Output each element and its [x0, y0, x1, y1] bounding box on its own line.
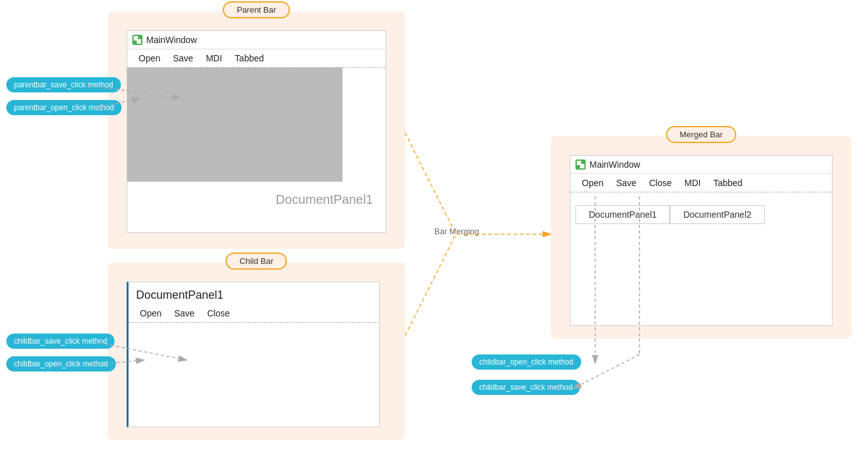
childbar-save-right-badge: childbar_save_click method [472, 380, 580, 395]
parent-gray-area [127, 68, 343, 182]
childbar-save-left-badge: childbar_save_click method [6, 334, 115, 349]
child-window-title: DocumentPanel1 [129, 282, 379, 304]
parent-menu-save: Save [167, 52, 199, 65]
merged-window-title: MainWindow [589, 159, 640, 170]
childbar-open-left-badge: childbar_open_click method [6, 356, 116, 372]
merged-window-title-bar: MainWindow [570, 156, 832, 174]
svg-rect-2 [137, 39, 141, 44]
child-menu-open: Open [134, 307, 168, 320]
merged-doc-tab-2: DocumentPanel2 [670, 205, 764, 224]
merged-menu-mdi: MDI [678, 177, 707, 189]
svg-line-14 [573, 354, 639, 389]
merged-bar-label: Merged Bar [666, 126, 737, 143]
merged-doc-tab-1: DocumentPanel1 [576, 205, 670, 224]
parent-doc-panel-label: DocumentPanel1 [276, 192, 373, 207]
parent-window: MainWindow Open Save MDI Tabbed Document… [127, 30, 386, 233]
child-window-content [129, 323, 379, 424]
parentbar-open-badge: parentbar_open_click method [6, 100, 122, 115]
merged-window-content: DocumentPanel1 DocumentPanel2 [570, 192, 832, 319]
merged-panel: Merged Bar MainWindow Open Save Close MD… [551, 136, 852, 339]
window-icon [132, 35, 142, 45]
svg-rect-5 [580, 164, 584, 168]
merged-window: MainWindow Open Save Close MDI Tabbed Do… [570, 155, 833, 326]
parent-menu-mdi: MDI [199, 52, 229, 65]
parent-bar-label: Parent Bar [223, 1, 290, 18]
diagram-container: Parent Bar MainWindow Open Save MDI Tabb… [0, 0, 868, 450]
parent-menu-open: Open [132, 52, 167, 65]
merged-doc-tabs: DocumentPanel1 DocumentPanel2 [576, 205, 827, 224]
merged-window-icon [576, 159, 586, 170]
parent-window-content: DocumentPanel1 [127, 68, 386, 226]
merged-menu-bar: Open Save Close MDI Tabbed [570, 174, 832, 192]
childbar-open-right-badge: childbar_open_click method [472, 354, 581, 370]
merged-menu-open: Open [576, 177, 610, 189]
merged-menu-close: Close [643, 177, 678, 189]
merged-menu-save: Save [610, 177, 643, 189]
parent-panel: Parent Bar MainWindow Open Save MDI Tabb… [108, 11, 405, 249]
child-menu-save: Save [168, 307, 201, 320]
child-menu-close: Close [201, 307, 236, 320]
parent-menu-bar: Open Save MDI Tabbed [127, 49, 386, 68]
merged-menu-tabbed: Tabbed [707, 177, 749, 189]
bar-merging-label: Bar Merging [434, 227, 479, 236]
child-menu-bar: Open Save Close [129, 304, 379, 323]
parentbar-save-badge: parentbar_save_click method [6, 77, 121, 92]
parent-window-title-bar: MainWindow [127, 31, 386, 49]
child-bar-label: Child Bar [225, 253, 287, 270]
child-panel: Child Bar DocumentPanel1 Open Save Close [108, 263, 405, 440]
child-window: DocumentPanel1 Open Save Close [127, 282, 380, 427]
parent-window-title: MainWindow [146, 35, 197, 45]
parent-menu-tabbed: Tabbed [229, 52, 270, 65]
